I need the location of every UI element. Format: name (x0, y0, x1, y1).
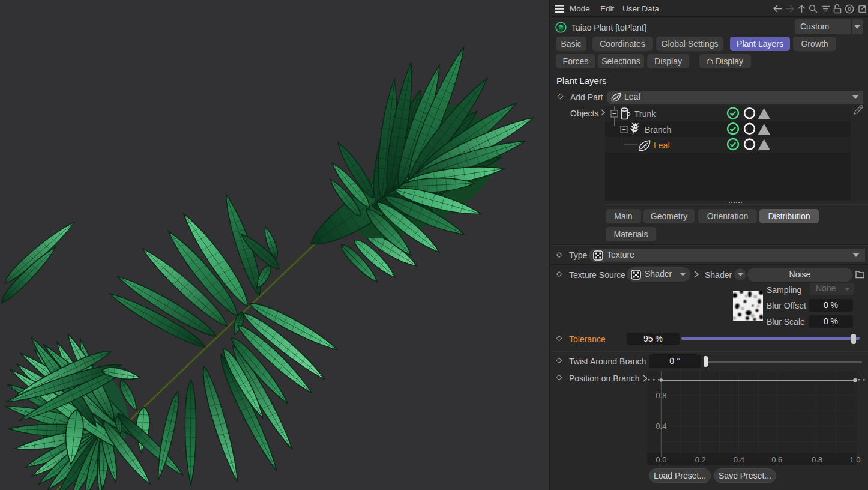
svg-text:0.4: 0.4 (734, 455, 744, 464)
svg-text:0.6: 0.6 (771, 455, 782, 464)
svg-text:0.8: 0.8 (812, 455, 822, 464)
svg-text:0.4: 0.4 (656, 422, 666, 431)
svg-text:0.2: 0.2 (695, 455, 706, 464)
svg-text:0.8: 0.8 (656, 391, 666, 400)
svg-text:0.0: 0.0 (656, 455, 666, 464)
svg-text:1.0: 1.0 (849, 455, 860, 464)
